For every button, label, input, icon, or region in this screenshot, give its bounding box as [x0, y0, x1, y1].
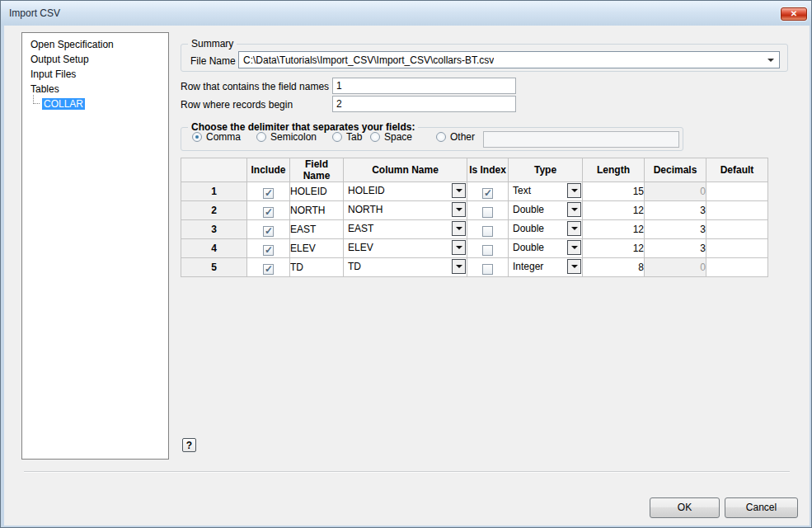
include-checkbox[interactable] [263, 245, 274, 256]
tree-item-output-setup[interactable]: Output Setup [22, 52, 168, 67]
length-cell[interactable]: 12 [583, 201, 645, 220]
dropdown-arrow-icon[interactable] [452, 240, 466, 255]
radio-icon [370, 132, 380, 142]
dropdown-arrow-icon[interactable] [452, 183, 466, 198]
include-cell [247, 239, 290, 258]
file-name-combobox[interactable]: C:\Data\Tutorials\Import_CSV\Import_CSV\… [238, 51, 780, 68]
default-cell[interactable] [706, 220, 768, 239]
titlebar: Import CSV ✕ [1, 1, 811, 26]
is-index-checkbox[interactable] [482, 245, 493, 256]
column-name-combobox[interactable]: ELEV [344, 239, 467, 257]
tree-item-collar[interactable]: COLLAR [22, 97, 168, 111]
is-index-checkbox[interactable] [482, 207, 493, 218]
decimals-cell[interactable]: 3 [645, 239, 706, 258]
field-name-cell[interactable]: NORTH [290, 201, 344, 220]
type-combobox[interactable]: Double [509, 239, 582, 257]
type-value: Integer [513, 261, 543, 272]
type-value: Double [513, 204, 544, 215]
default-cell[interactable] [706, 182, 768, 201]
include-checkbox[interactable] [263, 188, 274, 199]
radio-icon [192, 132, 202, 142]
close-button[interactable]: ✕ [781, 7, 807, 21]
radio-other[interactable]: Other [436, 131, 475, 144]
radio-comma[interactable]: Comma [192, 131, 241, 144]
tree-item-input-files[interactable]: Input Files [22, 67, 168, 82]
column-header-field-name: Field Name [290, 158, 344, 182]
field-name-cell[interactable]: EAST [290, 220, 344, 239]
type-combobox[interactable]: Double [509, 220, 582, 238]
default-cell[interactable] [706, 201, 768, 220]
is-index-checkbox[interactable] [482, 264, 493, 275]
type-combobox[interactable]: Text [509, 182, 582, 200]
length-cell[interactable]: 8 [583, 258, 645, 277]
column-name-combobox[interactable]: HOLEID [344, 182, 467, 200]
length-cell[interactable]: 12 [583, 220, 645, 239]
tree-item-tables[interactable]: Tables [22, 82, 168, 97]
ok-button[interactable]: OK [650, 497, 720, 518]
window-title: Import CSV [9, 7, 60, 19]
type-cell: Double [509, 239, 583, 258]
table-row: 4 ELEV ELEV Double 12 3 [181, 239, 768, 258]
column-name-combobox[interactable]: NORTH [344, 201, 467, 219]
dropdown-arrow-icon[interactable] [452, 259, 466, 274]
cancel-button[interactable]: Cancel [725, 497, 798, 518]
include-checkbox[interactable] [263, 264, 274, 275]
tree-item-label: Tables [29, 83, 61, 95]
other-delimiter-input[interactable] [483, 131, 679, 148]
column-name-combobox[interactable]: TD [344, 258, 467, 276]
field-name-cell[interactable]: ELEV [290, 239, 344, 258]
tree-branch-icon [33, 95, 40, 104]
is-index-checkbox[interactable] [482, 226, 493, 237]
file-name-label: File Name [190, 55, 236, 67]
nav-tree: Open Specification Output Setup Input Fi… [21, 32, 169, 460]
column-header-length: Length [583, 158, 645, 182]
type-combobox[interactable]: Integer [509, 258, 582, 276]
length-cell[interactable]: 12 [583, 239, 645, 258]
dropdown-arrow-icon[interactable] [567, 259, 581, 274]
row-number: 5 [181, 258, 247, 277]
radio-semicolon[interactable]: Semicolon [256, 131, 317, 144]
close-icon: ✕ [791, 9, 797, 18]
is-index-cell [467, 239, 509, 258]
include-cell [247, 258, 290, 277]
tree-item-label: Input Files [29, 68, 77, 80]
dropdown-arrow-icon[interactable] [452, 221, 466, 236]
is-index-cell [467, 220, 509, 239]
column-name-cell: TD [344, 258, 467, 277]
include-checkbox[interactable] [263, 207, 274, 218]
type-value: Text [513, 185, 531, 196]
tree-item-label: Output Setup [29, 54, 91, 65]
column-header-is-index: Is Index [467, 158, 509, 182]
radio-icon [436, 132, 446, 142]
default-cell[interactable] [706, 239, 768, 258]
radio-label: Other [450, 131, 475, 143]
include-checkbox[interactable] [263, 226, 274, 237]
type-value: Double [513, 242, 544, 253]
help-icon[interactable]: ? [182, 438, 196, 452]
radio-space[interactable]: Space [370, 131, 412, 144]
dropdown-arrow-icon[interactable] [567, 183, 581, 198]
is-index-checkbox[interactable] [482, 188, 493, 199]
dropdown-arrow-icon[interactable] [567, 221, 581, 236]
records-begin-row-input[interactable] [332, 96, 516, 112]
decimals-cell[interactable]: 3 [645, 201, 706, 220]
dropdown-arrow-icon[interactable] [452, 202, 466, 217]
field-name-cell[interactable]: TD [290, 258, 344, 277]
type-combobox[interactable]: Double [509, 201, 582, 219]
include-cell [247, 201, 290, 220]
radio-label: Comma [206, 131, 241, 143]
decimals-cell[interactable]: 3 [645, 220, 706, 239]
field-names-row-input[interactable] [332, 78, 516, 94]
table-header-row: Include Field Name Column Name Is Index … [181, 158, 768, 182]
dropdown-arrow-icon[interactable] [567, 202, 581, 217]
column-name-value: TD [348, 261, 361, 272]
column-header-type: Type [509, 158, 583, 182]
field-name-cell[interactable]: HOLEID [290, 182, 344, 201]
radio-tab[interactable]: Tab [332, 131, 362, 144]
type-cell: Integer [509, 258, 583, 277]
dropdown-arrow-icon[interactable] [567, 240, 581, 255]
column-name-combobox[interactable]: EAST [344, 220, 467, 238]
default-cell[interactable] [706, 258, 768, 277]
length-cell[interactable]: 15 [583, 182, 645, 201]
tree-item-open-specification[interactable]: Open Specification [22, 37, 168, 52]
